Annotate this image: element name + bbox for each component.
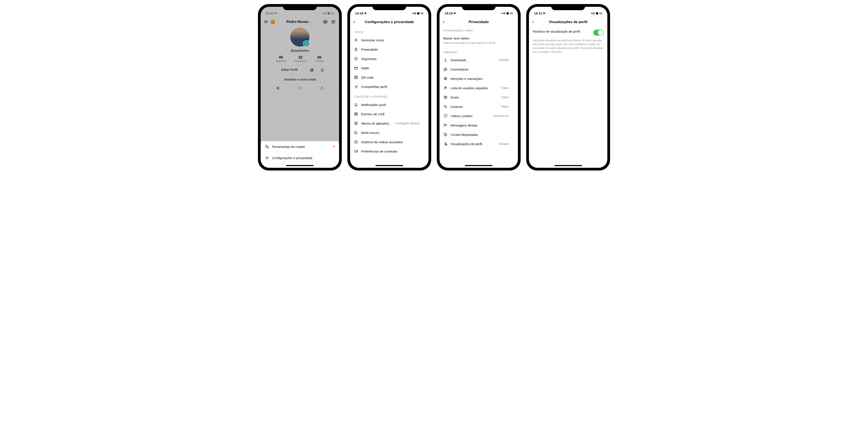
location-icon: ➤ xyxy=(364,11,367,15)
toggle-label: Histórico de visualização de perfil xyxy=(533,30,593,33)
sheet-item-label: Configurações e privacidade xyxy=(272,156,312,160)
chevron-right-icon: › xyxy=(513,37,514,40)
signal-icon: ••ıl xyxy=(591,11,595,15)
back-button[interactable]: ‹ xyxy=(353,19,355,25)
content-row-3[interactable]: Modo escuro› xyxy=(350,128,429,137)
section-personalization: Personalização e dados xyxy=(439,27,518,34)
settings-row-5[interactable]: Compartilhar perfil› xyxy=(350,82,429,91)
list-value: Todos xyxy=(501,105,509,108)
chevron-right-icon: › xyxy=(424,66,425,70)
svg-point-32 xyxy=(446,87,447,88)
list-label: Mensagens diretas xyxy=(451,124,510,127)
download-data-row[interactable]: Baixar seus dados › xyxy=(439,34,518,43)
lock-icon xyxy=(354,47,358,51)
nav-header: ‹ Privacidade xyxy=(439,18,518,27)
list-label: Privacidade xyxy=(361,48,421,51)
chevron-right-icon: › xyxy=(513,77,514,80)
list-value: Português (Brasil) xyxy=(396,122,420,125)
chevron-right-icon: › xyxy=(424,85,425,88)
chevron-right-icon: › xyxy=(424,122,425,125)
screen-1: 14:10 ➤ ••ıl ◉ ▭ Pedro Nunes ⌄ xyxy=(261,7,339,168)
privacy-row-2[interactable]: Menções e marcações› xyxy=(439,74,518,83)
svg-point-27 xyxy=(445,69,445,69)
list-value: Ativado xyxy=(499,58,509,62)
sheet-creator-tools[interactable]: Ferramentas do criador xyxy=(261,141,339,152)
chevron-right-icon: › xyxy=(424,38,425,42)
chevron-right-icon: › xyxy=(424,76,425,79)
list-label: Histórico de vídeos assistidos xyxy=(361,140,421,144)
time: 14:11 xyxy=(534,11,542,15)
time: 14:10 xyxy=(444,11,453,15)
location-icon: ➤ xyxy=(543,11,546,15)
signal-icon: ••ıl xyxy=(412,11,416,15)
lang-icon xyxy=(354,121,358,125)
wallet-icon xyxy=(354,66,358,70)
users-icon xyxy=(443,86,447,90)
phone-1: 14:10 ➤ ••ıl ◉ ▭ Pedro Nunes ⌄ xyxy=(258,4,342,170)
home-indicator[interactable] xyxy=(286,165,314,166)
toggle-switch[interactable] xyxy=(593,30,603,36)
notch xyxy=(372,4,406,10)
home-indicator[interactable] xyxy=(375,165,403,166)
list-label: Comentários xyxy=(451,68,510,71)
bottom-sheet: Ferramentas do criador Configurações e p… xyxy=(261,141,339,168)
privacy-row-6[interactable]: Vídeos curtidosSomente eu› xyxy=(439,111,518,121)
chevron-right-icon: › xyxy=(513,142,514,145)
back-button[interactable]: ‹ xyxy=(443,19,444,25)
privacy-row-9[interactable]: Visualizações de perfilAtivado› xyxy=(439,139,518,149)
home-indicator[interactable] xyxy=(465,165,493,166)
chevron-right-icon: › xyxy=(513,86,514,90)
wifi-icon: ◉ xyxy=(417,11,420,15)
gear-icon xyxy=(265,156,269,160)
location-icon: ➤ xyxy=(454,11,456,15)
svg-rect-19 xyxy=(356,76,358,77)
privacy-row-7[interactable]: Mensagens diretas› xyxy=(439,121,518,130)
settings-row-3[interactable]: Saldo› xyxy=(350,63,429,73)
chevron-right-icon: › xyxy=(513,96,514,99)
content-row-5[interactable]: Preferências de conteúdo› xyxy=(350,147,429,156)
battery-icon: ▭ xyxy=(599,11,602,15)
settings-row-1[interactable]: Privacidade› xyxy=(350,45,429,54)
list-label: Notificações push xyxy=(361,103,421,106)
list-label: Idioma do aplicativo xyxy=(361,122,393,125)
settings-row-4[interactable]: QR code› xyxy=(350,73,429,82)
list-label: Visualizações de perfil xyxy=(451,142,496,146)
svg-rect-20 xyxy=(354,78,355,79)
content-row-4[interactable]: Histórico de vídeos assistidos› xyxy=(350,137,429,147)
heart-icon xyxy=(443,114,447,118)
notification-dot xyxy=(334,146,335,147)
content-row-2[interactable]: Idioma do aplicativoPortuguês (Brasil)› xyxy=(350,119,429,128)
screen-3: 14:10 ➤ ••ıl ◉ ▭ ‹ Privacidade Personali… xyxy=(439,7,518,168)
svg-point-29 xyxy=(446,69,446,69)
calendar-icon xyxy=(354,112,358,116)
svg-point-14 xyxy=(267,157,268,159)
privacy-row-3[interactable]: Lista de usuários seguidosTodos› xyxy=(439,83,518,93)
phone-2: 14:10 ➤ ••ıl ◉ ▭ ‹ Configurações e priva… xyxy=(347,4,431,170)
list-label: QR code xyxy=(361,76,421,79)
home-indicator[interactable] xyxy=(554,165,582,166)
back-button[interactable]: ‹ xyxy=(532,19,534,25)
chevron-right-icon: › xyxy=(513,58,514,62)
page-title: Visualizações de perfil xyxy=(549,20,587,24)
svg-rect-17 xyxy=(354,67,358,69)
list-label: Saldo xyxy=(361,66,421,70)
svg-point-12 xyxy=(266,145,267,147)
settings-row-2[interactable]: Segurança› xyxy=(350,54,429,63)
qr-icon xyxy=(354,75,358,79)
notch xyxy=(462,4,496,10)
download-icon xyxy=(443,58,447,62)
signal-icon: ••ıl xyxy=(501,11,505,15)
content-row-1[interactable]: Eventos de LIVE› xyxy=(350,109,429,119)
content-row-0[interactable]: Notificações push› xyxy=(350,100,429,109)
svg-rect-35 xyxy=(444,106,446,107)
privacy-row-4[interactable]: DuetoTodos› xyxy=(439,93,518,102)
moon-icon xyxy=(354,131,358,134)
mention-icon xyxy=(443,77,447,80)
chevron-right-icon: › xyxy=(513,114,514,118)
sheet-settings-privacy[interactable]: Configurações e privacidade xyxy=(261,152,339,164)
privacy-row-1[interactable]: Comentários› xyxy=(439,65,518,74)
privacy-row-8[interactable]: Contas bloqueadas› xyxy=(439,130,518,139)
settings-row-0[interactable]: Gerenciar conta› xyxy=(350,35,429,45)
privacy-row-5[interactable]: CosturarTodos› xyxy=(439,102,518,111)
privacy-row-0[interactable]: DownloadsAtivado› xyxy=(439,55,518,65)
